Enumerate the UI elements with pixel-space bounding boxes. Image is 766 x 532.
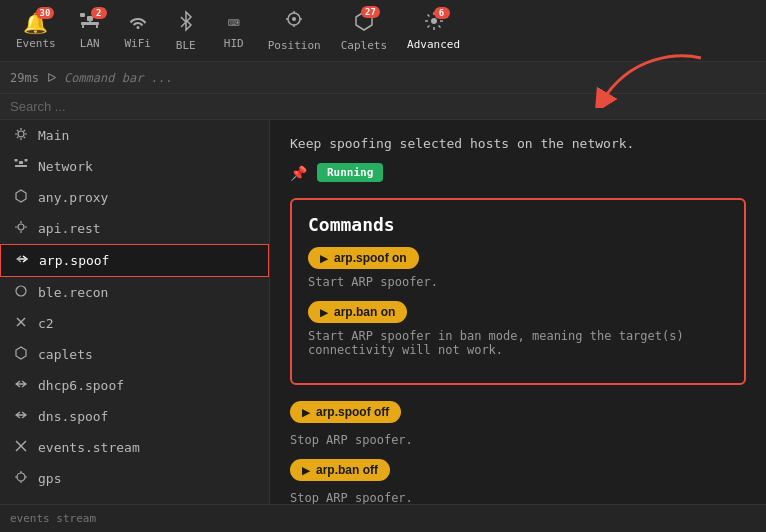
bottom-status-bar: events stream bbox=[0, 504, 766, 532]
ble-recon-sidebar-icon bbox=[14, 284, 28, 301]
svg-point-24 bbox=[16, 286, 26, 296]
svg-rect-5 bbox=[96, 25, 98, 28]
svg-rect-22 bbox=[25, 159, 28, 162]
sidebar-item-caplets[interactable]: caplets bbox=[0, 339, 269, 370]
content-panel: Keep spoofing selected hosts on the netw… bbox=[270, 120, 766, 504]
sidebar-item-api-rest[interactable]: api.rest bbox=[0, 213, 269, 244]
lan-label: LAN bbox=[80, 37, 100, 50]
play-icon: ▶ bbox=[302, 407, 310, 418]
nav-item-events[interactable]: 30 🔔 Events bbox=[8, 7, 64, 54]
events-stream-sidebar-icon bbox=[14, 439, 28, 456]
nav-item-position[interactable]: Position bbox=[260, 6, 329, 56]
sidebar-item-dns-spoof[interactable]: dns.spoof bbox=[0, 401, 269, 432]
advanced-badge: 6 bbox=[434, 7, 450, 19]
play-icon: ▶ bbox=[320, 253, 328, 264]
cmd-desc-arp-ban-off: Stop ARP spoofer. bbox=[290, 491, 746, 504]
sidebar-label-caplets: caplets bbox=[38, 347, 93, 362]
cmd-btn-arp-spoof-off[interactable]: ▶ arp.spoof off bbox=[290, 401, 401, 423]
hid-icon: ⌨ bbox=[228, 11, 240, 35]
nav-item-lan[interactable]: 2 LAN bbox=[68, 7, 112, 54]
sidebar-item-events-stream[interactable]: events.stream bbox=[0, 432, 269, 463]
search-input[interactable] bbox=[10, 99, 756, 114]
sidebar-item-arp-spoof[interactable]: arp.spoof bbox=[0, 244, 269, 277]
gps-sidebar-icon bbox=[14, 470, 28, 487]
sidebar-item-c2[interactable]: c2 bbox=[0, 308, 269, 339]
cmd-btn-arp-ban-on[interactable]: ▶ arp.ban on bbox=[308, 301, 407, 323]
ble-icon bbox=[177, 10, 195, 37]
cmd-desc-arp-spoof-on: Start ARP spoofer. bbox=[308, 275, 728, 289]
advanced-icon: 6 bbox=[424, 11, 444, 36]
nav-item-caplets[interactable]: 27 Caplets bbox=[333, 6, 395, 56]
nav-item-advanced[interactable]: 6 Advanced bbox=[399, 7, 468, 55]
sidebar-label-ble-recon: ble.recon bbox=[38, 285, 108, 300]
command-item-arp-ban-off: ▶ arp.ban off Stop ARP spoofer. bbox=[290, 459, 746, 504]
lan-icon: 2 bbox=[79, 11, 101, 35]
events-label: Events bbox=[16, 37, 56, 50]
events-badge: 30 bbox=[36, 7, 55, 19]
sidebar-label-gps: gps bbox=[38, 471, 61, 486]
sidebar-label-arp-spoof: arp.spoof bbox=[39, 253, 109, 268]
status-badge: Running bbox=[317, 163, 383, 182]
commands-title: Commands bbox=[308, 214, 728, 235]
top-navigation: 30 🔔 Events 2 LAN WiFi BLE ⌨ HID bbox=[0, 0, 766, 62]
sidebar-label-network: Network bbox=[38, 159, 93, 174]
svg-point-10 bbox=[292, 17, 296, 21]
latency-display: 29ms bbox=[10, 71, 39, 85]
main-area: Main Network any.proxy api.rest arp.spoo… bbox=[0, 120, 766, 504]
sidebar-item-main[interactable]: Main bbox=[0, 120, 269, 151]
module-description: Keep spoofing selected hosts on the netw… bbox=[290, 136, 746, 151]
cmd-text-arp-spoof-on: arp.spoof on bbox=[334, 251, 407, 265]
play-icon: ▶ bbox=[302, 465, 310, 476]
dhcp6-spoof-sidebar-icon bbox=[14, 377, 28, 394]
sidebar-item-network[interactable]: Network bbox=[0, 151, 269, 182]
cmd-btn-arp-spoof-on[interactable]: ▶ arp.spoof on bbox=[308, 247, 419, 269]
svg-rect-19 bbox=[15, 165, 27, 167]
command-bar: 29ms ᐅ Command bar ... bbox=[0, 62, 766, 94]
sidebar-label-main: Main bbox=[38, 128, 69, 143]
nav-item-wifi[interactable]: WiFi bbox=[116, 7, 160, 54]
hid-label: HID bbox=[224, 37, 244, 50]
commands-section: Commands ▶ arp.spoof on Start ARP spoofe… bbox=[290, 198, 746, 385]
sidebar-item-gps[interactable]: gps bbox=[0, 463, 269, 494]
prompt-symbol: ᐅ bbox=[47, 71, 56, 85]
nav-item-ble[interactable]: BLE bbox=[164, 6, 208, 56]
arp-spoof-sidebar-icon bbox=[15, 252, 29, 269]
caplets-sidebar-icon bbox=[14, 346, 28, 363]
sidebar-item-ble-recon[interactable]: ble.recon bbox=[0, 277, 269, 308]
svg-point-18 bbox=[18, 131, 24, 137]
svg-rect-20 bbox=[19, 161, 23, 164]
sidebar-label-dhcp6-spoof: dhcp6.spoof bbox=[38, 378, 124, 393]
events-icon: 30 🔔 bbox=[23, 11, 48, 35]
caplets-icon: 27 bbox=[354, 10, 374, 37]
c2-sidebar-icon bbox=[14, 315, 28, 332]
wifi-label: WiFi bbox=[125, 37, 152, 50]
status-row: 📌 Running bbox=[290, 163, 746, 182]
command-item-arp-ban-on: ▶ arp.ban on Start ARP spoofer in ban mo… bbox=[308, 301, 728, 357]
cmd-btn-arp-ban-off[interactable]: ▶ arp.ban off bbox=[290, 459, 390, 481]
cmd-text-arp-spoof-off: arp.spoof off bbox=[316, 405, 389, 419]
sidebar-label-c2: c2 bbox=[38, 316, 54, 331]
wifi-icon bbox=[127, 11, 149, 35]
command-item-arp-spoof-on: ▶ arp.spoof on Start ARP spoofer. bbox=[308, 247, 728, 289]
cmd-text-arp-ban-on: arp.ban on bbox=[334, 305, 395, 319]
cmd-desc-arp-ban-on: Start ARP spoofer in ban mode, meaning t… bbox=[308, 329, 728, 357]
sidebar-label-any-proxy: any.proxy bbox=[38, 190, 108, 205]
search-bar bbox=[0, 94, 766, 120]
nav-item-hid[interactable]: ⌨ HID bbox=[212, 7, 256, 54]
network-sidebar-icon bbox=[14, 158, 28, 175]
svg-point-31 bbox=[17, 473, 25, 481]
sidebar-label-dns-spoof: dns.spoof bbox=[38, 409, 108, 424]
svg-point-23 bbox=[18, 224, 24, 230]
ble-label: BLE bbox=[176, 39, 196, 52]
sidebar-item-any-proxy[interactable]: any.proxy bbox=[0, 182, 269, 213]
sidebar-label-events-stream: events.stream bbox=[38, 440, 140, 455]
lan-badge: 2 bbox=[91, 7, 107, 19]
dns-spoof-sidebar-icon bbox=[14, 408, 28, 425]
advanced-label: Advanced bbox=[407, 38, 460, 51]
sidebar-item-dhcp6-spoof[interactable]: dhcp6.spoof bbox=[0, 370, 269, 401]
play-icon: ▶ bbox=[320, 307, 328, 318]
api-rest-sidebar-icon bbox=[14, 220, 28, 237]
pin-icon: 📌 bbox=[290, 165, 307, 181]
svg-rect-6 bbox=[89, 21, 91, 25]
command-input-placeholder[interactable]: Command bar ... bbox=[64, 71, 172, 85]
